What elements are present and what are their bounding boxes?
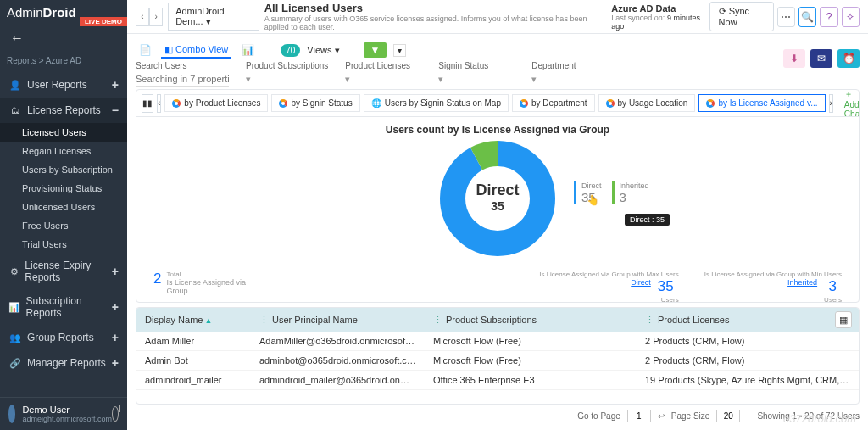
sidebar-item-user-reports[interactable]: 👤 User Reports + [0, 72, 127, 98]
donut-icon [520, 99, 528, 108]
table-row[interactable]: Adam Miller AdamMiller@o365droid.onmicro… [136, 332, 859, 351]
sidebar-sub-licensed-users[interactable]: Licensed Users [0, 123, 127, 142]
filter-label: Signin Status [438, 61, 515, 70]
sidebar-item-group-reports[interactable]: 👥 Group Reports + [0, 325, 127, 350]
tab-usage-location[interactable]: by Usage Location [598, 94, 696, 112]
donut-icon [172, 99, 181, 108]
live-demo-badge: LIVE DEMO [80, 17, 127, 26]
column-upn[interactable]: ⋮User Principal Name [251, 315, 425, 326]
filter-product-subscriptions[interactable]: ▾ [246, 72, 328, 87]
tabs-next-button[interactable]: › [829, 94, 833, 113]
chart-stats: 2 Total Is License Assigned via Group Is… [136, 265, 859, 309]
donut-icon [279, 99, 287, 108]
tab-license-assigned[interactable]: by Is License Assigned v... [698, 94, 825, 112]
stat-max: Is License Assigned via Group with Max U… [539, 271, 679, 304]
globe-icon: 🌐 [371, 98, 381, 108]
sidebar: AdminDroid LIVE DEMO ← Reports > Azure A… [0, 0, 127, 430]
chart-title: Users count by Is License Assigned via G… [136, 124, 859, 136]
user-icon: 👤 [8, 80, 22, 91]
footer-email: admeight.onmicrosoft.com [22, 415, 112, 423]
tab-department[interactable]: by Department [512, 94, 595, 112]
table-row[interactable]: Admin Bot adminbot@o365droid.onmicrosoft… [136, 351, 859, 371]
sidebar-item-subscription-reports[interactable]: 📊 Subscription Reports + [0, 289, 127, 325]
stat-min-link[interactable]: Inherited [787, 278, 817, 287]
column-chooser-icon[interactable]: ▦ [835, 311, 852, 328]
topbar: ‹ › AdminDroid Dem... ▾ All Licensed Use… [127, 0, 868, 34]
views-count-badge: 70 [281, 44, 300, 57]
search-input[interactable] [136, 72, 229, 87]
expand-icon: + [112, 356, 119, 370]
chart-view-icon[interactable]: 📊 [238, 41, 257, 59]
page-size-label: Page Size [671, 411, 710, 421]
legend-inherited[interactable]: Inherited 3 [612, 181, 649, 204]
sidebar-sub-regain[interactable]: Regain Licenses [0, 142, 127, 160]
footer-username: Demo User [22, 405, 112, 415]
breadcrumb[interactable]: Reports > Azure AD [0, 53, 127, 72]
page-input[interactable] [627, 410, 651, 422]
filter-button[interactable]: ▼ [364, 42, 387, 58]
sidebar-item-label: Group Reports [27, 332, 94, 343]
donut-center-label: Direct 35 [476, 181, 519, 213]
back-button[interactable]: ← [0, 24, 127, 53]
sidebar-item-license-reports[interactable]: 🗂 License Reports − [0, 98, 127, 123]
stat-max-link[interactable]: Direct [631, 278, 651, 287]
license-icon: 🗂 [8, 105, 22, 115]
table-header: Display Name▲ ⋮User Principal Name ⋮Prod… [136, 308, 859, 332]
sidebar-footer: Demo User admeight.onmicrosoft.com [0, 397, 127, 430]
filter-department[interactable]: ▾ [531, 72, 608, 87]
showing-text: Showing 1 - 20 of 72 Users [757, 411, 860, 421]
donut-icon [706, 99, 715, 108]
stat-min: Is License Assigned via Group with Min U… [704, 271, 842, 304]
combo-view-tab[interactable]: ◧ Combo View [161, 42, 231, 59]
page-size-input[interactable] [716, 410, 740, 422]
nav-prev-button[interactable]: ‹ [136, 8, 149, 26]
more-button[interactable]: ⋯ [777, 7, 795, 27]
expand-icon: + [112, 265, 119, 278]
sidebar-item-license-expiry[interactable]: ⚙ License Expiry Reports + [0, 254, 127, 289]
views-dropdown[interactable]: Views ▾ [307, 45, 339, 56]
table-row[interactable]: admindroid_mailer admindroid_mailer@o365… [136, 371, 859, 390]
filter-label: Product Licenses [345, 61, 421, 70]
stat-total: 2 Total Is License Assigned via Group [153, 271, 256, 304]
sidebar-item-label: License Expiry Reports [25, 260, 112, 283]
column-licenses[interactable]: ⋮Product Licenses [637, 315, 859, 326]
column-display-name[interactable]: Display Name▲ [136, 315, 251, 325]
expand-icon: + [112, 331, 119, 344]
breadcrumb-dropdown[interactable]: AdminDroid Dem... ▾ [168, 3, 259, 31]
filter-product-licenses[interactable]: ▾ [345, 72, 421, 87]
sort-asc-icon: ▲ [204, 316, 212, 325]
add-chart-button[interactable]: ＋Add Chart [837, 90, 859, 117]
column-subscriptions[interactable]: ⋮Product Subscriptions [425, 315, 637, 326]
notifications-icon[interactable]: ✧ [842, 7, 860, 27]
tab-signin-status[interactable]: by Signin Status [271, 94, 359, 112]
page-go-icon[interactable]: ↩ [658, 411, 665, 421]
help-icon[interactable]: ? [820, 7, 837, 27]
donut-icon [606, 99, 615, 108]
filter-signin-status[interactable]: ▾ [438, 72, 515, 87]
list-view-icon[interactable]: 📄 [136, 41, 154, 59]
tab-signin-map[interactable]: 🌐Users by Signin Status on Map [364, 94, 509, 112]
last-synced: Last synced on: 9 minutes ago [611, 14, 702, 31]
donut-chart: Direct 35 Direct 35 Inherited 3 👆 Direct… [136, 139, 859, 265]
tabs-prev-button[interactable]: ‹ [157, 94, 161, 113]
chart-panel: ▮▮ ‹ by Product Licenses by Signin Statu… [136, 89, 860, 303]
sync-now-button[interactable]: ⟳ Sync Now [709, 2, 774, 31]
filter-more[interactable]: ▾ [393, 44, 406, 57]
tab-product-licenses[interactable]: by Product Licenses [164, 94, 268, 112]
sidebar-item-manager-reports[interactable]: 🔗 Manager Reports + [0, 350, 127, 376]
sidebar-sub-by-subscription[interactable]: Users by Subscription [0, 160, 127, 179]
search-icon[interactable]: 🔍 [798, 7, 816, 27]
sidebar-sub-free[interactable]: Free Users [0, 216, 127, 235]
nav-next-button[interactable]: › [149, 8, 163, 26]
sidebar-sub-unlicensed[interactable]: Unlicensed Users [0, 198, 127, 216]
sidebar-item-label: User Reports [27, 79, 87, 91]
avatar[interactable] [8, 405, 15, 423]
page-title: All Licensed Users [264, 2, 612, 14]
sidebar-sub-provisioning[interactable]: Provisioning Status [0, 179, 127, 198]
expiry-icon: ⚙ [8, 266, 19, 277]
sidebar-sub-trial[interactable]: Trial Users [0, 235, 127, 254]
filter-label: Department [531, 61, 608, 70]
goto-label: Go to Page [577, 411, 620, 421]
power-icon[interactable] [112, 406, 119, 422]
bar-chart-icon[interactable]: ▮▮ [142, 94, 153, 113]
